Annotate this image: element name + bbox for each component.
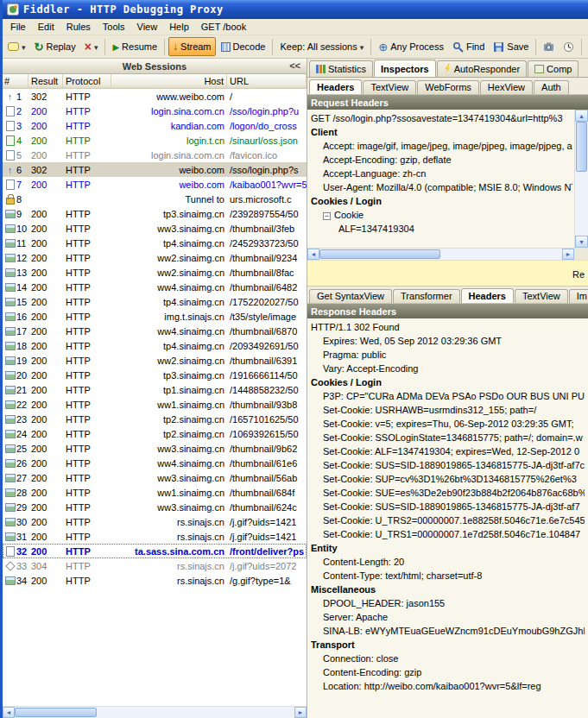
session-row[interactable]: 15200HTTPtp4.sinaimg.cn/1752202027/50 — [3, 294, 307, 309]
decode-button[interactable]: Decode — [218, 37, 269, 56]
session-row[interactable]: 26200HTTPww4.sinaimg.cn/thumbnail/61e6 — [3, 456, 307, 470]
menu-item-edit[interactable]: Edit — [32, 20, 60, 34]
scroll-right-button[interactable]: ► — [562, 249, 574, 260]
toolbar-separator — [581, 39, 582, 55]
scrollbar-track[interactable] — [319, 249, 562, 260]
scroll-left-button[interactable]: ◄ — [307, 249, 319, 260]
scrollbar-thumb[interactable] — [576, 122, 587, 172]
session-row[interactable]: 27200HTTPww3.sinaimg.cn/thumbnail/56ab — [3, 470, 307, 485]
session-row[interactable]: 22200HTTPww1.sinaimg.cn/thumbnail/93b8 — [3, 397, 307, 412]
tab-inspectors[interactable]: Inspectors — [374, 60, 436, 78]
session-row[interactable]: 6302HTTPweibo.com/sso/login.php?s — [3, 162, 307, 177]
header-section-title[interactable]: Miscellaneous — [311, 583, 585, 596]
session-row[interactable]: 2200HTTPlogin.sina.com.cn/sso/login.php?… — [3, 104, 307, 118]
delete-button[interactable] — [81, 37, 102, 56]
session-row[interactable]: 23200HTTPtp2.sinaimg.cn/1657101625/50 — [3, 412, 307, 426]
session-row[interactable]: 4200HTTPlogin.t.cn/sinaurl/oss.json — [3, 133, 307, 148]
title-bar[interactable]: Fiddler - HTTP Debugging Proxy — [3, 0, 588, 19]
scrollbar-thumb[interactable] — [15, 708, 97, 717]
session-row[interactable]: 21200HTTPtp1.sinaimg.cn/1448858232/50 — [3, 382, 307, 397]
column-header-result[interactable]: Result — [28, 74, 63, 88]
session-row[interactable]: 8Tunnel tours.microsoft.c — [3, 192, 307, 206]
request-vscrollbar[interactable]: ▲ ▼ — [574, 110, 588, 248]
header-section-title[interactable]: Client — [311, 125, 572, 139]
session-row[interactable]: 29200HTTPww3.sinaimg.cn/thumbnail/624c — [3, 500, 307, 514]
save-button[interactable]: Save — [490, 37, 532, 56]
scrollbar-track[interactable] — [575, 122, 588, 236]
header-line: Pragma: public — [311, 348, 585, 362]
stream-icon — [173, 41, 178, 53]
request-hscrollbar[interactable]: ◄ ► — [307, 248, 574, 260]
session-row[interactable]: 25200HTTPww3.sinaimg.cn/thumbnail/9b62 — [3, 441, 307, 456]
scroll-right-button[interactable]: ► — [294, 707, 307, 718]
resume-button[interactable]: Resume — [109, 37, 161, 56]
session-row[interactable]: 14200HTTPww4.sinaimg.cn/thumbnail/6482 — [3, 280, 307, 294]
collapse-toggle[interactable]: − — [323, 212, 331, 220]
session-row[interactable]: 28200HTTPww1.sinaimg.cn/thumbnail/684f — [3, 485, 307, 500]
sessions-hscrollbar[interactable]: ◄ ► — [3, 706, 307, 718]
session-row[interactable]: 11200HTTPtp4.sinaimg.cn/2452933723/50 — [3, 236, 307, 250]
header-section-title[interactable]: Cookies / Login — [311, 375, 585, 389]
session-row[interactable]: 19200HTTPww2.sinaimg.cn/thumbnail/6391 — [3, 353, 307, 368]
transform-notice[interactable]: Re — [307, 260, 588, 287]
column-header-url[interactable]: URL — [227, 74, 307, 88]
column-header-num[interactable]: # — [3, 74, 28, 88]
tab-comp[interactable]: Comp — [528, 60, 579, 77]
request-tab-headers[interactable]: Headers — [309, 79, 362, 95]
session-row[interactable]: 1302HTTPwww.weibo.com/ — [3, 89, 307, 104]
comment-button[interactable] — [4, 37, 29, 56]
any-process-button[interactable]: Any Process — [375, 37, 447, 56]
header-section-title[interactable]: Cookies / Login — [311, 194, 572, 208]
response-tab-textview[interactable]: TextView — [515, 289, 568, 303]
session-row[interactable]: 18200HTTPtp4.sinaimg.cn/2093492691/50 — [3, 338, 307, 353]
response-tab-transformer[interactable]: Transformer — [393, 289, 460, 303]
request-tab-textview[interactable]: TextView — [363, 80, 416, 94]
session-row[interactable]: 5200HTTPlogin.sina.com.cn/favicon.ico — [3, 148, 307, 162]
session-row[interactable]: 20200HTTPtp3.sinaimg.cn/1916666114/50 — [3, 368, 307, 382]
keep-dropdown[interactable]: Keep: All sessions — [276, 37, 367, 56]
menu-item-rules[interactable]: Rules — [60, 20, 97, 34]
response-tab-im[interactable]: Im — [569, 289, 588, 303]
session-row[interactable]: 16200HTTPimg.t.sinajs.cn/t35/style/image — [3, 309, 307, 324]
menu-item-tools[interactable]: Tools — [97, 20, 131, 34]
scroll-down-button[interactable]: ▼ — [575, 236, 588, 248]
session-row[interactable]: 32200HTTPta.sass.sina.com.cn/front/deliv… — [3, 544, 307, 558]
timer-button[interactable] — [560, 37, 578, 56]
session-row[interactable]: 17200HTTPww4.sinaimg.cn/thumbnail/6870 — [3, 324, 307, 338]
find-button[interactable]: Find — [449, 37, 488, 56]
tab-statistics[interactable]: Statistics — [309, 60, 373, 77]
session-row[interactable]: 7200HTTPweibo.com/kaibao001?wvr=5 — [3, 177, 307, 192]
stream-toggle[interactable]: Stream — [168, 37, 215, 56]
header-section-title[interactable]: Transport — [311, 638, 585, 652]
menu-item-get-book[interactable]: GET /book — [195, 20, 252, 34]
session-row[interactable]: 31200HTTPrs.sinajs.cn/j.gif?uids=1421 — [3, 529, 307, 544]
tab-autoresponder[interactable]: AutoResponder — [437, 60, 527, 77]
request-tab-webforms[interactable]: WebForms — [417, 80, 479, 94]
response-tab-headers[interactable]: Headers — [461, 288, 514, 304]
session-row[interactable]: 30200HTTPrs.sinajs.cn/j.gif?uids=1421 — [3, 514, 307, 529]
scroll-up-button[interactable]: ▲ — [575, 110, 588, 122]
header-section-title[interactable]: Entity — [311, 541, 585, 555]
session-row[interactable]: 13200HTTPww2.sinaimg.cn/thumbnail/8fac — [3, 265, 307, 280]
session-row[interactable]: 10200HTTPww3.sinaimg.cn/thumbnail/3feb — [3, 221, 307, 236]
menu-item-help[interactable]: Help — [163, 20, 195, 34]
scroll-left-button[interactable]: ◄ — [3, 707, 15, 718]
request-tab-auth[interactable]: Auth — [534, 80, 569, 94]
session-row[interactable]: 12200HTTPww2.sinaimg.cn/thumbnail/9234 — [3, 250, 307, 265]
session-row[interactable]: 9200HTTPtp3.sinaimg.cn/2392897554/50 — [3, 206, 307, 221]
session-row[interactable]: 24200HTTPtp2.sinaimg.cn/1069392615/50 — [3, 426, 307, 441]
screenshot-button[interactable] — [540, 37, 558, 56]
column-header-protocol[interactable]: Protocol — [63, 74, 111, 88]
session-row[interactable]: 33304HTTPrs.sinajs.cn/j.gif?uids=2072 — [3, 558, 307, 573]
replay-button[interactable]: Replay — [31, 37, 79, 56]
session-row[interactable]: 34200HTTPrs.sinajs.cn/g.gif?type=1& — [3, 573, 307, 588]
request-tab-hexview[interactable]: HexView — [480, 80, 533, 94]
scrollbar-track[interactable] — [15, 707, 294, 718]
menu-item-view[interactable]: View — [131, 20, 164, 34]
scrollbar-thumb[interactable] — [319, 249, 440, 259]
session-row[interactable]: 3200HTTPkandian.com/logon/do_cross — [3, 118, 307, 133]
collapse-button[interactable]: << — [287, 60, 303, 71]
menu-item-file[interactable]: File — [4, 20, 32, 34]
response-tab-get-syntaxview[interactable]: Get SyntaxView — [309, 289, 392, 303]
column-header-host[interactable]: Host — [111, 74, 227, 88]
